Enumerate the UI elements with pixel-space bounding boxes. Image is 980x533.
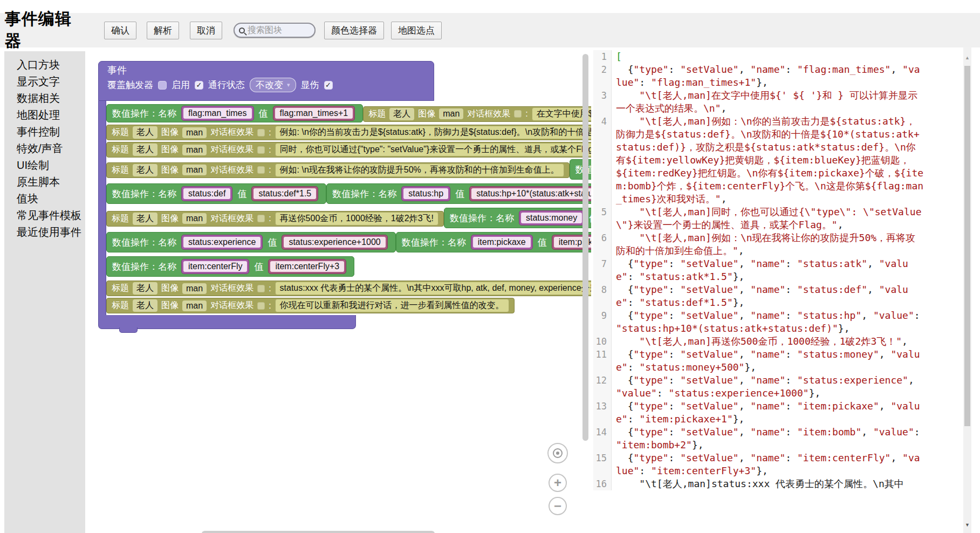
value-expression-chip[interactable]: flag:man_times+1 bbox=[273, 106, 355, 121]
dialog-title-chip[interactable]: 老人 bbox=[133, 144, 157, 156]
display-damage-checkbox[interactable]: ✓ bbox=[324, 81, 333, 90]
code-line[interactable]: 8 {"type": "setValue", "name": "status:d… bbox=[593, 283, 963, 309]
canvas-vertical-scrollbar[interactable] bbox=[582, 54, 588, 441]
zoom-in-button[interactable]: + bbox=[549, 474, 567, 492]
code-line[interactable]: 16 "\t[老人,man]status:xxx 代表勇士的某个属性。\n其中 bbox=[593, 477, 963, 490]
setvalue-block[interactable]: 数值操作：名称item:pickaxe值item:pickaxe+1 bbox=[396, 232, 591, 252]
code-line[interactable]: 15 {"type": "setValue", "name": "item:ce… bbox=[593, 452, 963, 477]
name-value-chip[interactable]: item:pickaxe bbox=[471, 235, 533, 250]
dialog-text-block[interactable]: 标题老人图像man对话框效果:同时，你也可以通过{"type": "setVal… bbox=[106, 142, 591, 158]
dialog-title-chip[interactable]: 老人 bbox=[389, 108, 414, 120]
sidebar-item-1[interactable]: 入口方块 bbox=[4, 57, 85, 73]
code-text[interactable]: "\t[老人,man]再送你500金币，1000经验，1破2炸3飞！", bbox=[616, 335, 924, 348]
code-line[interactable]: 10 "\t[老人,man]再送你500金币，1000经验，1破2炸3飞！", bbox=[593, 335, 963, 348]
setvalue-block[interactable]: 数值操作：名称flag:man_times值flag:man_times+1 bbox=[106, 104, 363, 122]
color-picker-button[interactable]: 颜色选择器 bbox=[324, 22, 384, 39]
setvalue-block[interactable]: 数值操作：名称status:experience值status:experien… bbox=[106, 232, 396, 252]
dialog-image-chip[interactable]: man bbox=[182, 127, 207, 138]
parse-button[interactable]: 解析 bbox=[147, 22, 179, 39]
dialog-text-field[interactable]: 例如: \n你的当前攻击力是${status:atk}，防御力是${status… bbox=[275, 126, 591, 139]
sidebar-item-10[interactable]: 常见事件模板 bbox=[4, 207, 85, 224]
sidebar-item-2[interactable]: 显示文字 bbox=[4, 73, 85, 90]
value-expression-chip[interactable]: status:def*1.5 bbox=[251, 186, 318, 201]
dialog-text-field[interactable]: status:xxx 代表勇士的某个属性。\n其中xxx可取hp, atk, d… bbox=[275, 282, 591, 295]
code-line[interactable]: 5 "\t[老人,man]同时，你也可以通过{\"type\": \"setVa… bbox=[593, 206, 963, 231]
code-line[interactable]: 1[ bbox=[593, 50, 963, 63]
dialog-text-field[interactable]: 你现在可以重新和我进行对话，进一步看到属性值的改变。 bbox=[275, 299, 509, 312]
value-expression-chip[interactable]: status:hp+10*(status:atk+status:def) bbox=[469, 186, 591, 201]
sidebar-item-3[interactable]: 数据相关 bbox=[4, 90, 85, 107]
dialog-text-block[interactable]: 标题老人图像man对话框效果:status:xxx 代表勇士的某个属性。\n其中… bbox=[106, 281, 591, 296]
code-line[interactable]: 4 "\t[老人,man]例如：\n你的当前攻击力是${status:atk}，… bbox=[593, 115, 963, 206]
overlap-trigger-checkbox[interactable] bbox=[158, 81, 167, 90]
setvalue-block[interactable]: 数值操作：名称status:money值status:money+500 bbox=[444, 208, 591, 228]
dialog-title-chip[interactable]: 老人 bbox=[133, 126, 157, 139]
dialog-title-chip[interactable]: 老人 bbox=[133, 213, 157, 225]
dialog-image-chip[interactable]: man bbox=[182, 165, 207, 175]
code-text[interactable]: [ bbox=[616, 50, 924, 63]
code-line[interactable]: 3 "\t[老人,man]在文字中使用${' ${ '}和 } 可以计算并显示一… bbox=[593, 89, 963, 115]
editor-scrollbar-thumb[interactable] bbox=[964, 66, 970, 426]
code-text[interactable]: "\t[老人,man]例如：\n你的当前攻击力是${status:atk}，防御… bbox=[616, 115, 924, 206]
dialog-effect-checkbox[interactable] bbox=[257, 285, 265, 292]
code-text[interactable]: {"type": "setValue", "name": "item:cente… bbox=[616, 452, 924, 477]
setvalue-block[interactable]: 数值操作：名称status:def值status:def*1.5 bbox=[106, 183, 326, 204]
dialog-effect-checkbox[interactable] bbox=[257, 146, 265, 154]
cancel-button[interactable]: 取消 bbox=[190, 22, 222, 39]
confirm-button[interactable]: 确认 bbox=[104, 22, 136, 39]
event-block[interactable]: 事件 覆盖触发器 启用 ✓ 通行状态 不改变 ▾ 显伤 ✓ 数值操作：名称fla… bbox=[98, 61, 591, 329]
code-text[interactable]: {"type": "setValue", "name": "status:hp"… bbox=[616, 309, 924, 335]
code-line[interactable]: 6 "\t[老人,man]例如：\n现在我将让你的攻防提升50%，再将攻防和的十… bbox=[593, 231, 963, 257]
sidebar-item-4[interactable]: 地图处理 bbox=[4, 107, 85, 124]
name-value-chip[interactable]: status:def bbox=[181, 186, 232, 201]
dialog-text-field[interactable]: 再送你500金币，1000经验，1破2炸3飞! bbox=[275, 212, 438, 226]
dialog-image-chip[interactable]: man bbox=[182, 213, 207, 224]
code-line[interactable]: 14 {"type": "setValue", "name": "item:bo… bbox=[593, 426, 963, 452]
dialog-title-chip[interactable]: 老人 bbox=[133, 299, 157, 312]
dialog-image-chip[interactable]: man bbox=[182, 283, 207, 294]
code-text[interactable]: {"type": "setValue", "name": "status:atk… bbox=[616, 257, 924, 283]
sidebar-item-7[interactable]: UI绘制 bbox=[4, 157, 85, 174]
dialog-image-chip[interactable]: man bbox=[182, 145, 207, 155]
blockly-canvas[interactable]: 事件 覆盖触发器 启用 ✓ 通行状态 不改变 ▾ 显伤 ✓ 数值操作：名称fla… bbox=[85, 49, 591, 533]
value-expression-chip[interactable]: status:experience+1000 bbox=[282, 235, 387, 250]
dialog-text-block[interactable]: 标题老人图像man对话框效果:你现在可以重新和我进行对话，进一步看到属性值的改变… bbox=[106, 298, 515, 313]
dialog-text-block[interactable]: 标题老人图像man对话框效果:例如: \n你的当前攻击力是${status:at… bbox=[106, 125, 591, 140]
dialog-effect-checkbox[interactable] bbox=[257, 302, 265, 310]
editor-scrollbar[interactable]: ▲ ▼ bbox=[963, 47, 971, 533]
code-text[interactable]: "\t[老人,man]status:xxx 代表勇士的某个属性。\n其中 bbox=[616, 477, 924, 490]
dialog-effect-checkbox[interactable] bbox=[514, 110, 522, 118]
name-value-chip[interactable]: status:money bbox=[519, 210, 584, 226]
code-line[interactable]: 12 {"type": "setValue", "name": "status:… bbox=[593, 374, 963, 400]
sidebar-item-6[interactable]: 特效/声音 bbox=[4, 140, 85, 157]
code-text[interactable]: "\t[老人,man]例如：\n现在我将让你的攻防提升50%，再将攻防和的十倍加… bbox=[616, 231, 924, 257]
code-line[interactable]: 13 {"type": "setValue", "name": "item:pi… bbox=[593, 400, 963, 426]
search-input[interactable] bbox=[248, 25, 307, 35]
dialog-text-block[interactable]: 标题老人图像man对话框效果:在文字中使用${' ${ '}和 } 可以计算并显… bbox=[363, 106, 591, 122]
code-line[interactable]: 2 {"type": "setValue", "name": "flag:man… bbox=[593, 63, 963, 89]
canvas-horizontal-scrollbar[interactable] bbox=[202, 531, 435, 533]
dialog-text-field[interactable]: 例如: \n现在我将让你的攻防提升50%，再将攻防和的十倍加到生命值上。 bbox=[275, 163, 564, 177]
dialog-effect-checkbox[interactable] bbox=[257, 166, 265, 174]
dialog-text-block[interactable]: 标题老人图像man对话框效果:例如: \n现在我将让你的攻防提升50%，再将攻防… bbox=[106, 162, 570, 178]
code-text[interactable]: "\t[老人,man]同时，你也可以通过{\"type\": \"setValu… bbox=[616, 206, 924, 231]
dialog-title-chip[interactable]: 老人 bbox=[133, 282, 157, 295]
pass-state-dropdown[interactable]: 不改变 ▾ bbox=[250, 78, 296, 92]
code-line[interactable]: 9 {"type": "setValue", "name": "status:h… bbox=[593, 309, 963, 335]
event-block-header[interactable]: 事件 覆盖触发器 启用 ✓ 通行状态 不改变 ▾ 显伤 ✓ bbox=[98, 61, 434, 101]
setvalue-block[interactable]: 数值操作：名称status:hp值status:hp+10*(status:at… bbox=[326, 183, 591, 204]
scroll-up-icon[interactable]: ▲ bbox=[963, 55, 971, 60]
zoom-out-button[interactable]: − bbox=[549, 497, 567, 515]
setvalue-block[interactable]: 数值操作：名称item:centerFly值item:centerFly+3 bbox=[106, 256, 354, 277]
code-text[interactable]: "\t[老人,man]在文字中使用${' ${ '}和 } 可以计算并显示一个表… bbox=[616, 89, 924, 115]
code-text[interactable]: {"type": "setValue", "name": "item:picka… bbox=[616, 400, 924, 426]
code-text[interactable]: {"type": "setValue", "name": "item:bomb"… bbox=[616, 426, 924, 452]
value-expression-chip[interactable]: item:centerFly+3 bbox=[268, 259, 346, 274]
scroll-down-icon[interactable]: ▼ bbox=[963, 522, 971, 528]
code-line[interactable]: 7 {"type": "setValue", "name": "status:a… bbox=[593, 257, 963, 283]
map-pick-button[interactable]: 地图选点 bbox=[391, 22, 442, 39]
code-text[interactable]: {"type": "setValue", "name": "status:exp… bbox=[616, 374, 924, 400]
dialog-text-field[interactable]: 同时，你也可以通过{"type": "setValue"}来设置一个勇士的属性、… bbox=[275, 143, 591, 156]
dialog-text-block[interactable]: 标题老人图像man对话框效果:再送你500金币，1000经验，1破2炸3飞! bbox=[106, 211, 444, 227]
dialog-image-chip[interactable]: man bbox=[182, 300, 207, 311]
